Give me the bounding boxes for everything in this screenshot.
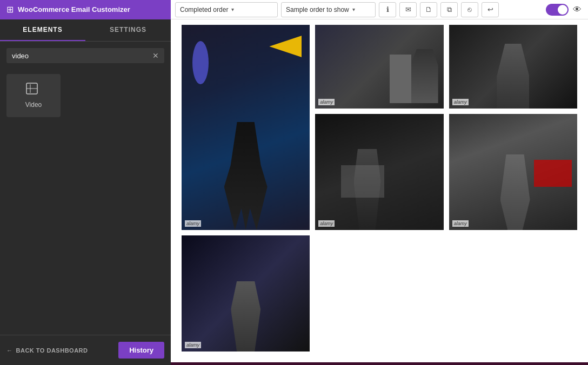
sidebar-content: Video — [0, 67, 171, 335]
video-icon — [26, 83, 41, 98]
image-item-5: alamy — [449, 114, 577, 230]
sidebar-search-area: ✕ — [6, 48, 164, 63]
image-item-4: alamy — [315, 114, 443, 230]
export-icon: ⎋ — [467, 5, 472, 13]
top-bar: ⊞ WooCommerce Email Customizer Completed… — [0, 0, 588, 19]
back-arrow-icon: ← — [6, 347, 13, 354]
clear-search-icon[interactable]: ✕ — [152, 51, 159, 60]
undo-icon: ↩ — [487, 5, 493, 13]
history-button[interactable]: History — [118, 342, 164, 359]
sidebar-tabs: ELEMENTS SETTINGS — [0, 19, 171, 42]
sample-order-chevron: ▾ — [352, 6, 355, 12]
info-icon: ℹ — [386, 5, 389, 13]
canvas-area: ‹ alamy — [171, 19, 588, 365]
search-input[interactable] — [12, 52, 148, 60]
mail-icon: ✉ — [405, 5, 411, 13]
watermark-5: alamy — [452, 220, 469, 227]
image-item-2: alamy — [315, 25, 443, 109]
email-preview: alamy alamy — [171, 19, 588, 365]
copy-button[interactable]: ⧉ — [440, 2, 458, 17]
image-item-1: alamy — [182, 25, 310, 230]
sample-order-dropdown[interactable]: Sample order to show ▾ — [281, 2, 376, 17]
brand-title: WooCommerce Email Customizer — [18, 5, 130, 13]
sample-order-label: Sample order to show — [286, 6, 349, 13]
info-button[interactable]: ℹ — [379, 2, 396, 17]
video-element[interactable]: Video — [6, 74, 61, 117]
brand-area: ⊞ WooCommerce Email Customizer — [0, 0, 171, 19]
watermark-1: alamy — [185, 220, 201, 227]
copy-icon: ⧉ — [447, 5, 452, 14]
watermark-2: alamy — [318, 99, 335, 105]
mail-button[interactable]: ✉ — [399, 2, 417, 17]
preview-toggle[interactable] — [546, 4, 569, 16]
image-item-6: alamy — [182, 235, 310, 352]
eye-button[interactable]: 👁 — [573, 5, 582, 15]
main-content: ‹ alamy — [171, 19, 588, 365]
toggle-area: 👁 — [546, 4, 584, 16]
completed-order-chevron: ▾ — [231, 6, 234, 12]
images-grid: alamy alamy — [182, 25, 577, 352]
tab-settings[interactable]: SETTINGS — [85, 19, 171, 41]
doc-button[interactable]: 🗋 — [420, 2, 437, 17]
doc-icon: 🗋 — [425, 5, 432, 13]
completed-order-label: Completed order — [180, 6, 228, 13]
sidebar: ELEMENTS SETTINGS ✕ Video ← BACK TO DASH… — [0, 19, 171, 365]
top-bar-controls: Completed order ▾ Sample order to show ▾… — [171, 2, 588, 17]
undo-button[interactable]: ↩ — [482, 2, 499, 17]
video-label: Video — [25, 101, 42, 109]
completed-order-dropdown[interactable]: Completed order ▾ — [175, 2, 278, 17]
watermark-6: alamy — [185, 342, 201, 348]
eye-icon: 👁 — [573, 5, 582, 14]
image-item-3: alamy — [449, 25, 577, 109]
brand-icon: ⊞ — [6, 4, 14, 15]
back-label: BACK TO DASHBOARD — [16, 347, 88, 354]
images-section: alamy alamy — [171, 19, 588, 362]
export-button[interactable]: ⎋ — [461, 2, 478, 17]
sidebar-bottom: ← BACK TO DASHBOARD History — [0, 335, 171, 365]
back-to-dashboard-link[interactable]: ← BACK TO DASHBOARD — [6, 347, 88, 354]
watermark-3: alamy — [452, 99, 469, 105]
watermark-4: alamy — [318, 220, 335, 227]
email-footer: in P — [171, 362, 588, 365]
tab-elements[interactable]: ELEMENTS — [0, 19, 85, 41]
toggle-knob — [558, 5, 567, 15]
